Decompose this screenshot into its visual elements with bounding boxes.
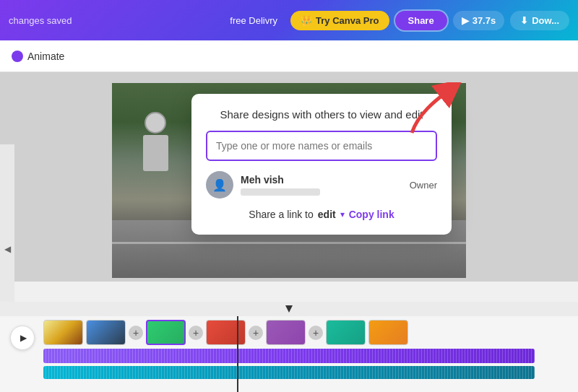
chevron-down-icon[interactable]: ▾ [340, 209, 345, 219]
avatar-icon: 👤 [212, 178, 227, 192]
thumbnail-1[interactable] [43, 320, 83, 345]
avatar: 👤 [206, 171, 233, 199]
download-icon: ⬇ [520, 15, 528, 26]
timeline-area: ▶ + + + + [0, 302, 578, 392]
try-canva-pro-label: Try Canva Pro [316, 15, 379, 26]
play-icon: ▶ [20, 333, 27, 343]
timeline-header [0, 302, 578, 316]
app-header: changes saved free Delivry 👑 Try Canva P… [0, 0, 578, 40]
main-canvas-area: ◀ [0, 72, 578, 282]
thumbnail-7[interactable] [368, 320, 408, 345]
add-clip-button-1[interactable]: + [129, 326, 143, 340]
share-button[interactable]: Share [395, 11, 447, 30]
share-link-edit: edit [318, 209, 336, 220]
timeline-content: ▶ + + + + [0, 316, 578, 392]
thumbnail-4[interactable] [206, 320, 246, 345]
play-icon: ▶ [462, 15, 469, 26]
audio-track-2[interactable] [43, 366, 535, 379]
copy-link-button[interactable]: Copy link [349, 209, 394, 220]
share-email-input[interactable] [206, 131, 437, 161]
user-email-placeholder [241, 188, 320, 196]
download-label: Dow... [532, 15, 559, 26]
robot-body [143, 135, 168, 171]
toolbar: Animate [0, 40, 578, 72]
timer-button[interactable]: ▶ 37.7s [453, 11, 505, 30]
robot-figure [134, 112, 177, 199]
left-arrow-icon: ◀ [4, 244, 11, 254]
thumbnail-6[interactable] [326, 320, 366, 345]
add-clip-button-2[interactable]: + [189, 326, 203, 340]
animate-button[interactable]: Animate [12, 51, 64, 62]
timer-label: 37.7s [473, 15, 496, 26]
user-name: Meh vish [241, 174, 402, 186]
header-right: free Delivry 👑 Try Canva Pro Share ▶ 37.… [223, 11, 569, 30]
changes-saved-text: changes saved [9, 15, 72, 26]
thumbnail-5[interactable] [266, 320, 306, 345]
owner-label: Owner [410, 180, 437, 191]
audio-tracks [0, 349, 578, 379]
share-popup-title: Share designs with others to view and ed… [206, 108, 437, 121]
add-clip-button-4[interactable]: + [309, 326, 323, 340]
crown-icon: 👑 [301, 15, 312, 26]
audio-track-1[interactable] [43, 349, 535, 363]
road-line [112, 242, 466, 244]
header-left: changes saved [9, 15, 72, 26]
play-button[interactable]: ▶ [10, 326, 35, 350]
animate-icon [12, 51, 23, 62]
share-link-row: Share a link to edit ▾ Copy link [206, 209, 437, 220]
thumbnail-2[interactable] [86, 320, 126, 345]
free-delivery-button[interactable]: free Delivry [223, 11, 285, 30]
timeline-cursor [237, 316, 238, 392]
share-user-row: 👤 Meh vish Owner [206, 171, 437, 199]
share-popup: Share designs with others to view and ed… [191, 94, 452, 235]
user-info: Meh vish [241, 174, 402, 196]
share-link-prefix: Share a link to [249, 209, 314, 220]
audio-wave-1 [43, 349, 535, 363]
add-clip-button-3[interactable]: + [249, 326, 263, 340]
try-canva-pro-button[interactable]: 👑 Try Canva Pro [290, 11, 389, 30]
robot-head [144, 112, 166, 134]
timeline-marker [285, 305, 293, 313]
thumbnail-3[interactable] [146, 320, 186, 345]
thumbnail-strip: + + + + [0, 316, 578, 349]
download-button[interactable]: ⬇ Dow... [510, 11, 569, 30]
animate-label: Animate [27, 51, 64, 62]
audio-wave-2 [43, 366, 535, 379]
